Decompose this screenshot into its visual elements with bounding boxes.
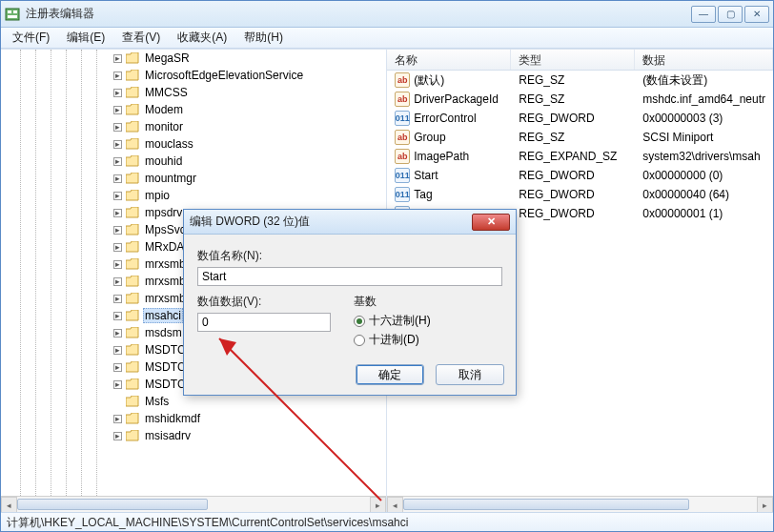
svg-rect-3 <box>8 15 17 18</box>
tree-item-label: msdsm <box>143 326 184 339</box>
edit-dword-dialog: 编辑 DWORD (32 位)值 ✕ 数值名称(N): 数值数据(V): 基数 … <box>183 209 517 396</box>
menu-help[interactable]: 帮助(H) <box>236 28 291 48</box>
folder-icon <box>126 155 139 167</box>
scroll-right-icon[interactable]: ▸ <box>370 497 386 512</box>
value-data-input[interactable] <box>197 313 331 332</box>
expand-icon[interactable]: ▸ <box>113 243 122 252</box>
tree-item-label: MpsSvc <box>143 223 188 236</box>
radix-hex-option[interactable]: 十六进制(H) <box>354 313 431 329</box>
minimize-button[interactable]: — <box>691 6 716 23</box>
folder-icon <box>126 344 139 356</box>
list-row[interactable]: abDriverPackageIdREG_SZmshdc.inf_amd64_n… <box>387 90 773 109</box>
string-value-icon: ab <box>395 92 410 107</box>
tree-item[interactable]: ▸mountmgr <box>1 170 386 187</box>
expand-icon[interactable]: ▸ <box>113 295 122 303</box>
scroll-right-icon[interactable]: ▸ <box>757 497 773 512</box>
tree-item[interactable]: ▸mpio <box>1 187 386 204</box>
expand-icon[interactable]: ▸ <box>113 277 122 286</box>
tree-item-label: mountmgr <box>143 172 198 185</box>
value-data: SCSI Miniport <box>635 131 773 144</box>
folder-icon <box>126 52 139 64</box>
radix-hex-label: 十六进制(H) <box>369 313 431 329</box>
expand-icon[interactable]: ▸ <box>113 260 122 269</box>
window-title: 注册表编辑器 <box>26 6 691 22</box>
list-row[interactable]: abGroupREG_SZSCSI Miniport <box>387 128 773 147</box>
window-controls: — ▢ ✕ <box>691 6 769 23</box>
tree-item[interactable]: ▸MegaSR <box>1 50 386 67</box>
column-data[interactable]: 数据 <box>635 50 773 70</box>
expand-icon[interactable]: ▸ <box>113 192 122 200</box>
close-button[interactable]: ✕ <box>744 6 769 23</box>
expand-icon[interactable]: ▸ <box>113 106 122 114</box>
expand-icon[interactable]: ▸ <box>113 346 122 355</box>
expand-icon[interactable]: ▸ <box>113 312 122 320</box>
expand-icon[interactable]: ▸ <box>113 415 122 423</box>
tree-item-label: MegaSR <box>143 51 192 65</box>
folder-icon <box>126 190 139 201</box>
expand-icon[interactable]: ▸ <box>113 72 122 80</box>
value-name: Start <box>414 169 438 182</box>
folder-icon <box>126 430 139 441</box>
column-name[interactable]: 名称 <box>387 50 511 70</box>
tree-item-label: MMCSS <box>143 86 190 99</box>
folder-icon <box>126 361 139 373</box>
tree-item[interactable]: ▸mshidkmdf <box>1 410 386 427</box>
titlebar[interactable]: 注册表编辑器 — ▢ ✕ <box>1 1 773 28</box>
dialog-titlebar[interactable]: 编辑 DWORD (32 位)值 ✕ <box>184 210 516 235</box>
value-name-input[interactable] <box>197 267 502 286</box>
column-type[interactable]: 类型 <box>511 50 635 70</box>
tree-item[interactable]: ▸mouhid <box>1 153 386 170</box>
list-row[interactable]: 011TagREG_DWORD0x00000040 (64) <box>387 185 773 204</box>
menu-file[interactable]: 文件(F) <box>5 28 57 48</box>
tree-item[interactable]: ▸mouclass <box>1 135 386 153</box>
binary-value-icon: 011 <box>395 187 410 202</box>
menu-favorites[interactable]: 收藏夹(A) <box>170 28 234 48</box>
radix-dec-option[interactable]: 十进制(D) <box>354 332 431 348</box>
menu-view[interactable]: 查看(V) <box>114 28 168 48</box>
menu-edit[interactable]: 编辑(E) <box>59 28 112 48</box>
maximize-button[interactable]: ▢ <box>718 6 743 23</box>
list-row[interactable]: 011StartREG_DWORD0x00000000 (0) <box>387 166 773 185</box>
dialog-close-button[interactable]: ✕ <box>472 214 510 231</box>
svg-rect-1 <box>8 10 11 13</box>
list-horizontal-scrollbar[interactable]: ◂ ▸ <box>387 496 773 512</box>
expand-icon[interactable]: ▸ <box>113 123 122 132</box>
list-header[interactable]: 名称 类型 数据 <box>387 50 773 71</box>
expand-icon[interactable]: ▸ <box>113 329 122 338</box>
tree-horizontal-scrollbar[interactable]: ◂ ▸ <box>1 496 386 512</box>
list-row[interactable]: ab(默认)REG_SZ(数值未设置) <box>387 71 773 90</box>
expand-icon[interactable]: ▸ <box>113 209 122 217</box>
value-data: (数值未设置) <box>635 72 773 89</box>
status-path: 计算机\HKEY_LOCAL_MACHINE\SYSTEM\CurrentCon… <box>7 516 408 529</box>
tree-item[interactable]: ▸MicrosoftEdgeElevationService <box>1 67 386 84</box>
expand-icon[interactable]: ▸ <box>113 432 122 440</box>
expand-icon[interactable]: ▸ <box>113 140 122 149</box>
scroll-left-icon[interactable]: ◂ <box>387 497 403 512</box>
expand-icon[interactable]: ▸ <box>113 226 122 235</box>
expand-icon[interactable]: ▸ <box>113 380 122 389</box>
list-row[interactable]: 011ErrorControlREG_DWORD0x00000003 (3) <box>387 109 773 128</box>
tree-item[interactable]: ▸monitor <box>1 118 386 135</box>
string-value-icon: ab <box>395 72 410 88</box>
tree-item-label: msahci <box>143 308 183 323</box>
cancel-button[interactable]: 取消 <box>436 364 504 385</box>
tree-item[interactable]: ▸MMCSS <box>1 84 386 101</box>
tree-item-label: mrxsmb <box>143 257 188 271</box>
expand-icon[interactable]: ▸ <box>113 363 122 372</box>
ok-button[interactable]: 确定 <box>356 364 424 385</box>
value-name: Group <box>414 131 445 144</box>
tree-item[interactable]: ▸Modem <box>1 101 386 118</box>
value-name: Tag <box>414 188 432 201</box>
expand-icon[interactable]: ▸ <box>113 174 122 183</box>
value-type: REG_DWORD <box>511 112 635 125</box>
list-row[interactable]: abImagePathREG_EXPAND_SZsystem32\drivers… <box>387 147 773 166</box>
expand-icon[interactable]: ▸ <box>113 157 122 166</box>
folder-icon <box>126 293 139 304</box>
expand-icon[interactable]: ▸ <box>113 89 122 97</box>
app-icon <box>5 7 20 22</box>
value-type: REG_SZ <box>511 92 635 106</box>
scroll-left-icon[interactable]: ◂ <box>1 497 17 512</box>
folder-icon <box>126 70 139 81</box>
expand-icon[interactable]: ▸ <box>113 54 122 63</box>
tree-item[interactable]: ▸msisadrv <box>1 427 386 444</box>
